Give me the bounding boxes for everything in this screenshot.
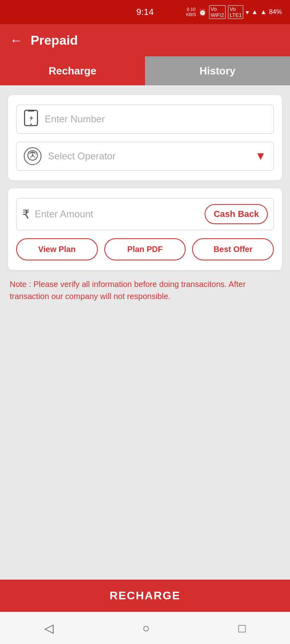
- tab-recharge[interactable]: Recharge: [0, 56, 145, 85]
- plan-pdf-button[interactable]: Plan PDF: [104, 238, 186, 260]
- amount-input-field[interactable]: ₹ Enter Amount Cash Back: [16, 198, 274, 230]
- note-text: Note : Please verify all information bef…: [8, 278, 282, 302]
- back-button[interactable]: ←: [10, 33, 23, 48]
- operator-icon: [24, 147, 41, 165]
- operator-placeholder: Select Operator: [48, 151, 249, 162]
- view-plan-button[interactable]: View Plan: [16, 238, 98, 260]
- nav-back-icon[interactable]: ◁: [44, 621, 54, 635]
- top-bar: ← Prepaid: [0, 24, 290, 56]
- amount-placeholder: Enter Amount: [35, 208, 200, 220]
- nav-bar: ◁ ○ □: [0, 612, 290, 644]
- status-icons: 0.10KB/S ⏰ VoWiFi2 VoLTE1 ▾ ▲ ▲ 84%: [186, 5, 282, 19]
- signal-wifi-icon: ▾: [246, 8, 249, 16]
- svg-point-8: [32, 155, 33, 156]
- recharge-button[interactable]: RECHARGE: [0, 580, 290, 612]
- battery-icon: 84%: [269, 8, 282, 16]
- tab-history[interactable]: History: [145, 56, 290, 85]
- phone-flash-icon: [24, 109, 38, 129]
- tab-bar: Recharge History: [0, 56, 290, 85]
- main-content: Enter Number Select Operator: [0, 85, 290, 580]
- operator-select-field[interactable]: Select Operator ▼: [16, 142, 274, 171]
- number-input-field[interactable]: Enter Number: [16, 105, 274, 134]
- signal-bar1-icon: ▲: [251, 8, 258, 16]
- rupee-icon: ₹: [22, 207, 30, 221]
- alarm-icon: ⏰: [199, 8, 207, 16]
- best-offer-button[interactable]: Best Offer: [192, 238, 274, 260]
- nav-home-icon[interactable]: ○: [142, 621, 149, 635]
- chevron-down-icon: ▼: [255, 150, 266, 163]
- status-bar: 9:14 0.10KB/S ⏰ VoWiFi2 VoLTE1 ▾ ▲ ▲ 84%: [0, 0, 290, 24]
- status-time: 9:14: [137, 7, 154, 17]
- spacer: [8, 310, 282, 570]
- cashback-button[interactable]: Cash Back: [205, 204, 268, 224]
- recharge-button-label: RECHARGE: [110, 589, 180, 602]
- nav-recent-icon[interactable]: □: [238, 621, 246, 635]
- amount-card: ₹ Enter Amount Cash Back View Plan Plan …: [8, 188, 282, 270]
- svg-marker-3: [30, 115, 33, 122]
- action-buttons-row: View Plan Plan PDF Best Offer: [16, 238, 274, 260]
- svg-rect-1: [28, 110, 34, 111]
- number-placeholder: Enter Number: [45, 114, 266, 125]
- wifi2-icon: VoWiFi2: [209, 5, 226, 19]
- signal-bar2-icon: ▲: [260, 8, 267, 16]
- page-title: Prepaid: [31, 33, 78, 48]
- number-operator-card: Enter Number Select Operator: [8, 95, 282, 180]
- speed-indicator: 0.10KB/S: [186, 7, 196, 17]
- lte-icon: VoLTE1: [228, 5, 243, 19]
